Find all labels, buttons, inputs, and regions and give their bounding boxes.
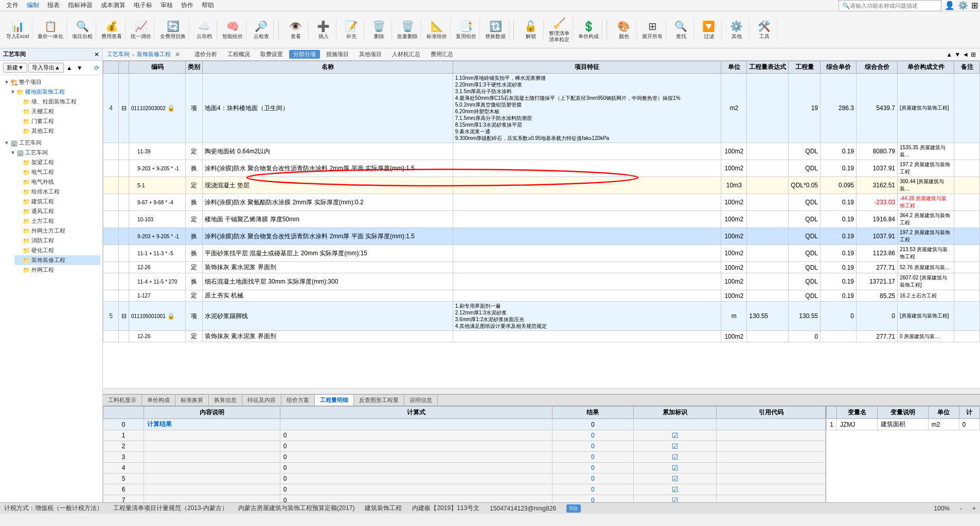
tool-smart-group[interactable]: 🧠 智能组价	[219, 19, 246, 41]
row-expand-5[interactable]: ⊟	[119, 302, 129, 331]
bottom-table-row[interactable]: 4 0 0 ☑	[103, 463, 826, 474]
row-unitprice-5[interactable]: 0	[821, 302, 857, 331]
table-row[interactable]: 9-67 + 9-68 * -4 换 涂料(涂膜)防水 聚氨酯防水涂膜 2mm厚…	[103, 194, 980, 211]
checkbox-1[interactable]: ☑	[672, 431, 679, 440]
bottom-table-row[interactable]: 1 0 0 ☑	[103, 430, 826, 441]
row-name-sub4[interactable]: 涂料(涂膜)防水 聚氨酯防水涂膜 2mm厚 实际厚度(mm):0.2	[203, 194, 453, 211]
checkbox-7[interactable]: ☑	[672, 496, 679, 502]
tool-find[interactable]: 🔍 查找	[668, 19, 694, 41]
checkbox-2[interactable]: ☑	[672, 442, 679, 450]
tree-floor-decor[interactable]: ▼ 📁 楼地面装饰工程	[8, 87, 100, 97]
row-name-sub7[interactable]: 平面砂浆找平层 混凝土或碰基层上 20mm 实际厚度(mm):15	[203, 245, 453, 262]
menu-audit[interactable]: 审核	[156, 0, 177, 11]
table-row[interactable]: 5-1 定 现浇混凝土 垫层 10m3 QDL*0.05 0.095 3162.…	[103, 177, 980, 194]
table-row[interactable]: 12-26 定 装饰抹灰 素水泥浆 界面剂 100m2 0 277.71 0 房…	[103, 331, 980, 342]
refresh-icon[interactable]: ⟳	[94, 64, 99, 72]
table-row[interactable]: 10-103 定 楼地面 干铺聚乙烯薄膜 厚度50mm 100m2 QDL 0.…	[103, 211, 980, 228]
nav-expand[interactable]: ⊞	[971, 51, 976, 58]
bottom-table-row[interactable]: 5 0 0 ☑	[103, 474, 826, 484]
tab-cost-analysis[interactable]: 遗价分析	[190, 50, 221, 59]
collapse-craft[interactable]: ▼	[4, 140, 9, 146]
bottom-tab-labor[interactable]: 工料机显示	[103, 395, 142, 406]
down-icon[interactable]: ▼	[75, 64, 84, 72]
row-name-sub3[interactable]: 现浇混凝土 垫层	[203, 177, 453, 194]
search-input[interactable]	[850, 3, 932, 9]
tool-fee-check[interactable]: 💰 费用查看	[98, 19, 126, 41]
tool-view[interactable]: 👁️ 查看	[283, 19, 309, 41]
up-icon[interactable]: ▲	[65, 64, 74, 72]
tree-other-work[interactable]: 📁 其他工程	[14, 126, 100, 136]
row-unitprice-4[interactable]: 286.3	[821, 74, 857, 143]
row-name-sub1[interactable]: 陶瓷地面砖 0.64m2以内	[203, 143, 453, 160]
row-expand-4[interactable]: ⊟	[119, 74, 129, 143]
tool-batch-delete[interactable]: 🗑️ 批量删除	[394, 19, 421, 41]
tool-tools[interactable]: 🛠️ 工具	[752, 19, 777, 41]
bottom-tab-reverse[interactable]: 反查图形工程量	[354, 395, 404, 406]
tree-earthwork[interactable]: 📁 土方工程	[14, 216, 100, 226]
zoom-in-icon[interactable]: +	[972, 505, 976, 512]
collapse-floor[interactable]: ▼	[10, 89, 15, 95]
menu-cost[interactable]: 成本测算	[97, 0, 130, 11]
tool-other[interactable]: ⚙️ 其他	[724, 19, 750, 41]
sidebar-close-btn[interactable]: ✕	[94, 51, 99, 58]
tool-replace-data[interactable]: 🔃 替换数据	[482, 19, 509, 41]
tool-expand[interactable]: ⊞ 展开所有	[639, 19, 666, 41]
new-button[interactable]: 新建▼	[3, 63, 27, 73]
tool-delete[interactable]: 🗑️ 删除	[366, 19, 392, 41]
collapse-craft-sub[interactable]: ▼	[10, 150, 15, 155]
menu-report[interactable]: 报表	[43, 0, 64, 11]
row-qty-5[interactable]: 130.55	[789, 302, 821, 331]
table-row[interactable]: 9-203 + 9-205 * -1 换 涂料(涂膜)防水 聚合物复合改性沥青防…	[103, 160, 980, 177]
table-row[interactable]: 9-203 + 9-205 * -1 换 涂料(涂膜)防水 聚合物复合改性沥青防…	[103, 228, 980, 245]
checkbox-6[interactable]: ☑	[672, 485, 679, 494]
checkbox-5[interactable]: ☑	[672, 475, 679, 483]
tab-measures[interactable]: 措施项目	[322, 50, 353, 59]
var-table-row[interactable]: 1 JZMJ 建筑面积 m2 0	[827, 419, 980, 430]
table-row[interactable]: 11-4 + 11-5 * 270 换 细石混凝土地面找平层 30mm 实际厚度…	[103, 273, 980, 290]
tool-full-fee[interactable]: 🔄 全费用切换	[157, 19, 189, 41]
nav-down[interactable]: ▼	[954, 51, 960, 58]
nav-left[interactable]: ◄	[963, 51, 969, 58]
checkbox-3[interactable]: ☑	[672, 453, 679, 461]
tree-craft-main[interactable]: ▼ 🏢 工艺车间	[2, 138, 100, 148]
search-bar[interactable]: 🔍	[839, 0, 941, 11]
table-row[interactable]: 11-1 + 11-3 * -5 换 平面砂浆找平层 混凝土或碰基层上 20mm…	[103, 245, 980, 262]
tree-hvac[interactable]: 📁 通风工程	[14, 206, 100, 216]
menu-etender[interactable]: 电子标	[130, 0, 156, 11]
tree-root[interactable]: ▼ 🏗️ 整个项目	[2, 77, 100, 87]
zoom-out-icon[interactable]: -	[960, 505, 962, 512]
row-name-sub8[interactable]: 装饰抹灰 素水泥浆 界面剂	[203, 262, 453, 273]
bottom-tab-standard-convert[interactable]: 标准换算	[175, 395, 209, 406]
tree-building[interactable]: 📁 建筑工程	[14, 197, 100, 206]
tree-craft-sub[interactable]: ▼ 🏢 工艺车间	[8, 148, 100, 157]
bottom-table-row[interactable]: 7 0 0 ☑	[103, 495, 826, 503]
bottom-table-row[interactable]: 3 0 0 ☑	[103, 452, 826, 463]
tool-unlock[interactable]: 🔓 解锁	[518, 19, 544, 41]
bottom-table-row[interactable]: 6 0 0 ☑	[103, 484, 826, 495]
grid-icon[interactable]: ⊞	[971, 1, 978, 10]
tab-project-overview[interactable]: 工程概况	[223, 50, 254, 59]
table-row[interactable]: 12-26 定 装饰抹灰 素水泥浆 界面剂 100m2 QDL 0.19 277…	[103, 262, 980, 273]
row-name-sub10[interactable]: 原土夯实 机械	[203, 290, 453, 302]
var-name-1[interactable]: JZMJ	[837, 419, 878, 430]
tool-project-check[interactable]: 🔍 项目自检	[69, 19, 96, 41]
tool-cloud-check[interactable]: 🔎 云检查	[248, 19, 274, 41]
settings-icon[interactable]: ⚙️	[958, 1, 968, 10]
tree-wall[interactable]: 📁 墙、柱面装饰工程	[14, 97, 100, 107]
tab-fee-setting[interactable]: 取费设置	[256, 50, 287, 59]
breadcrumb-current[interactable]: 装饰装修工程	[137, 50, 171, 58]
menu-indicator[interactable]: 指标神器	[64, 0, 97, 11]
tree-hardening[interactable]: 📁 硬化工程	[14, 246, 100, 255]
tool-color[interactable]: 🎨 颜色	[611, 19, 637, 41]
tree-frame[interactable]: 📁 架梁工程	[14, 157, 100, 167]
row-name-sub9[interactable]: 细石混凝土地面找平层 30mm 实际厚度(mm):300	[203, 273, 453, 290]
tree-door[interactable]: 📁 门窗工程	[14, 116, 100, 126]
row-expr-5[interactable]: 130.55	[747, 302, 789, 331]
tool-insert[interactable]: ➕ 插入	[311, 19, 336, 41]
menu-collab[interactable]: 协作	[177, 0, 198, 11]
bottom-tab-qty-detail[interactable]: 工程量明细	[315, 395, 354, 406]
menu-help[interactable]: 帮助	[198, 0, 218, 11]
tool-standard-group[interactable]: 📐 标准组价	[423, 19, 451, 41]
tool-organize-clear[interactable]: 🧹 整理清单清单粒定	[546, 16, 573, 44]
tool-import-excel[interactable]: 📊 导入Excel	[3, 19, 32, 41]
